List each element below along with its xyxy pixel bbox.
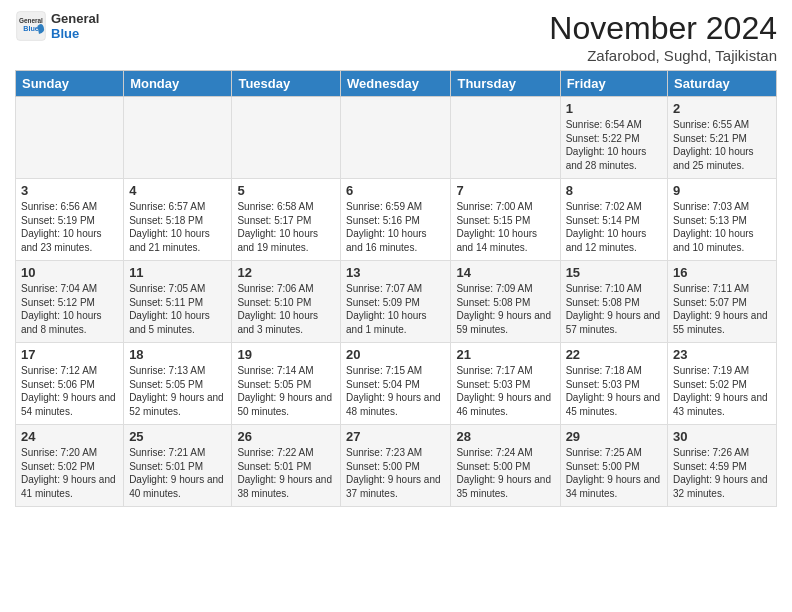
calendar-cell: 18Sunrise: 7:13 AM Sunset: 5:05 PM Dayli… [124, 343, 232, 425]
day-info: Sunrise: 7:26 AM Sunset: 4:59 PM Dayligh… [673, 446, 771, 500]
day-info: Sunrise: 7:18 AM Sunset: 5:03 PM Dayligh… [566, 364, 662, 418]
logo-icon: General Blue [15, 10, 47, 42]
day-info: Sunrise: 7:24 AM Sunset: 5:00 PM Dayligh… [456, 446, 554, 500]
calendar-week-3: 10Sunrise: 7:04 AM Sunset: 5:12 PM Dayli… [16, 261, 777, 343]
day-number: 16 [673, 265, 771, 280]
calendar-cell [16, 97, 124, 179]
day-info: Sunrise: 6:57 AM Sunset: 5:18 PM Dayligh… [129, 200, 226, 254]
calendar-cell: 8Sunrise: 7:02 AM Sunset: 5:14 PM Daylig… [560, 179, 667, 261]
day-info: Sunrise: 7:05 AM Sunset: 5:11 PM Dayligh… [129, 282, 226, 336]
day-info: Sunrise: 7:12 AM Sunset: 5:06 PM Dayligh… [21, 364, 118, 418]
calendar-cell: 1Sunrise: 6:54 AM Sunset: 5:22 PM Daylig… [560, 97, 667, 179]
day-number: 29 [566, 429, 662, 444]
day-number: 20 [346, 347, 445, 362]
calendar-cell: 17Sunrise: 7:12 AM Sunset: 5:06 PM Dayli… [16, 343, 124, 425]
calendar-cell: 21Sunrise: 7:17 AM Sunset: 5:03 PM Dayli… [451, 343, 560, 425]
day-info: Sunrise: 7:00 AM Sunset: 5:15 PM Dayligh… [456, 200, 554, 254]
calendar-cell: 25Sunrise: 7:21 AM Sunset: 5:01 PM Dayli… [124, 425, 232, 507]
day-info: Sunrise: 6:59 AM Sunset: 5:16 PM Dayligh… [346, 200, 445, 254]
header-wednesday: Wednesday [341, 71, 451, 97]
day-info: Sunrise: 6:56 AM Sunset: 5:19 PM Dayligh… [21, 200, 118, 254]
calendar-cell: 30Sunrise: 7:26 AM Sunset: 4:59 PM Dayli… [668, 425, 777, 507]
calendar-cell: 26Sunrise: 7:22 AM Sunset: 5:01 PM Dayli… [232, 425, 341, 507]
day-number: 24 [21, 429, 118, 444]
calendar-week-2: 3Sunrise: 6:56 AM Sunset: 5:19 PM Daylig… [16, 179, 777, 261]
day-info: Sunrise: 7:25 AM Sunset: 5:00 PM Dayligh… [566, 446, 662, 500]
day-number: 19 [237, 347, 335, 362]
header-sunday: Sunday [16, 71, 124, 97]
calendar-week-1: 1Sunrise: 6:54 AM Sunset: 5:22 PM Daylig… [16, 97, 777, 179]
day-number: 17 [21, 347, 118, 362]
day-info: Sunrise: 7:22 AM Sunset: 5:01 PM Dayligh… [237, 446, 335, 500]
header-thursday: Thursday [451, 71, 560, 97]
header-monday: Monday [124, 71, 232, 97]
logo-blue-text: Blue [51, 26, 99, 41]
day-number: 3 [21, 183, 118, 198]
calendar-cell: 15Sunrise: 7:10 AM Sunset: 5:08 PM Dayli… [560, 261, 667, 343]
title-block: November 2024 Zafarobod, Sughd, Tajikist… [549, 10, 777, 64]
day-info: Sunrise: 7:10 AM Sunset: 5:08 PM Dayligh… [566, 282, 662, 336]
day-number: 12 [237, 265, 335, 280]
day-number: 1 [566, 101, 662, 116]
calendar-cell [341, 97, 451, 179]
header-tuesday: Tuesday [232, 71, 341, 97]
calendar-cell: 14Sunrise: 7:09 AM Sunset: 5:08 PM Dayli… [451, 261, 560, 343]
calendar-week-4: 17Sunrise: 7:12 AM Sunset: 5:06 PM Dayli… [16, 343, 777, 425]
day-info: Sunrise: 7:19 AM Sunset: 5:02 PM Dayligh… [673, 364, 771, 418]
logo: General Blue General Blue [15, 10, 99, 42]
day-number: 28 [456, 429, 554, 444]
calendar-cell: 24Sunrise: 7:20 AM Sunset: 5:02 PM Dayli… [16, 425, 124, 507]
calendar-cell: 2Sunrise: 6:55 AM Sunset: 5:21 PM Daylig… [668, 97, 777, 179]
day-number: 11 [129, 265, 226, 280]
header-saturday: Saturday [668, 71, 777, 97]
day-number: 6 [346, 183, 445, 198]
logo-general-text: General [51, 11, 99, 26]
month-title: November 2024 [549, 10, 777, 47]
calendar-table: SundayMondayTuesdayWednesdayThursdayFrid… [15, 70, 777, 507]
calendar-cell: 13Sunrise: 7:07 AM Sunset: 5:09 PM Dayli… [341, 261, 451, 343]
calendar-cell: 5Sunrise: 6:58 AM Sunset: 5:17 PM Daylig… [232, 179, 341, 261]
day-number: 23 [673, 347, 771, 362]
day-info: Sunrise: 7:17 AM Sunset: 5:03 PM Dayligh… [456, 364, 554, 418]
calendar-cell: 16Sunrise: 7:11 AM Sunset: 5:07 PM Dayli… [668, 261, 777, 343]
calendar-cell: 7Sunrise: 7:00 AM Sunset: 5:15 PM Daylig… [451, 179, 560, 261]
svg-text:Blue: Blue [23, 24, 39, 33]
calendar-cell: 28Sunrise: 7:24 AM Sunset: 5:00 PM Dayli… [451, 425, 560, 507]
calendar-cell [124, 97, 232, 179]
day-info: Sunrise: 7:04 AM Sunset: 5:12 PM Dayligh… [21, 282, 118, 336]
day-info: Sunrise: 7:06 AM Sunset: 5:10 PM Dayligh… [237, 282, 335, 336]
calendar-cell: 20Sunrise: 7:15 AM Sunset: 5:04 PM Dayli… [341, 343, 451, 425]
day-info: Sunrise: 6:58 AM Sunset: 5:17 PM Dayligh… [237, 200, 335, 254]
calendar-cell [451, 97, 560, 179]
day-info: Sunrise: 7:07 AM Sunset: 5:09 PM Dayligh… [346, 282, 445, 336]
calendar-cell: 19Sunrise: 7:14 AM Sunset: 5:05 PM Dayli… [232, 343, 341, 425]
day-info: Sunrise: 7:09 AM Sunset: 5:08 PM Dayligh… [456, 282, 554, 336]
calendar-cell: 23Sunrise: 7:19 AM Sunset: 5:02 PM Dayli… [668, 343, 777, 425]
day-info: Sunrise: 7:15 AM Sunset: 5:04 PM Dayligh… [346, 364, 445, 418]
header-friday: Friday [560, 71, 667, 97]
day-number: 7 [456, 183, 554, 198]
calendar-header-row: SundayMondayTuesdayWednesdayThursdayFrid… [16, 71, 777, 97]
day-number: 15 [566, 265, 662, 280]
day-number: 5 [237, 183, 335, 198]
day-number: 4 [129, 183, 226, 198]
calendar-cell: 6Sunrise: 6:59 AM Sunset: 5:16 PM Daylig… [341, 179, 451, 261]
day-info: Sunrise: 7:21 AM Sunset: 5:01 PM Dayligh… [129, 446, 226, 500]
day-number: 2 [673, 101, 771, 116]
day-number: 22 [566, 347, 662, 362]
location: Zafarobod, Sughd, Tajikistan [549, 47, 777, 64]
day-info: Sunrise: 7:20 AM Sunset: 5:02 PM Dayligh… [21, 446, 118, 500]
day-info: Sunrise: 7:14 AM Sunset: 5:05 PM Dayligh… [237, 364, 335, 418]
day-info: Sunrise: 7:03 AM Sunset: 5:13 PM Dayligh… [673, 200, 771, 254]
day-info: Sunrise: 7:02 AM Sunset: 5:14 PM Dayligh… [566, 200, 662, 254]
day-info: Sunrise: 6:55 AM Sunset: 5:21 PM Dayligh… [673, 118, 771, 172]
day-number: 30 [673, 429, 771, 444]
calendar-cell: 9Sunrise: 7:03 AM Sunset: 5:13 PM Daylig… [668, 179, 777, 261]
day-number: 25 [129, 429, 226, 444]
svg-text:General: General [19, 17, 43, 24]
day-number: 27 [346, 429, 445, 444]
calendar-week-5: 24Sunrise: 7:20 AM Sunset: 5:02 PM Dayli… [16, 425, 777, 507]
day-info: Sunrise: 7:13 AM Sunset: 5:05 PM Dayligh… [129, 364, 226, 418]
day-number: 8 [566, 183, 662, 198]
day-number: 13 [346, 265, 445, 280]
